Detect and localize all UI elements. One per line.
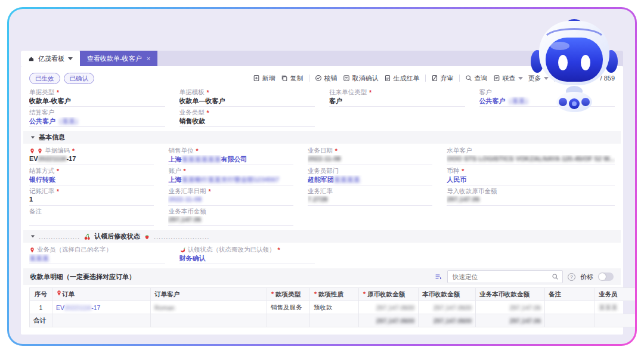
field-value[interactable] bbox=[29, 216, 154, 226]
discard-icon bbox=[431, 75, 438, 82]
field-value[interactable]: 2022-11-08 bbox=[308, 155, 432, 165]
table-cell: 297,147.06 bbox=[476, 314, 545, 327]
search-icon[interactable] bbox=[552, 273, 559, 280]
value-segment: 297,147.0600 bbox=[376, 317, 414, 324]
value-segment[interactable]: 某某某某某某 bbox=[181, 155, 221, 164]
table-cell: 297,147.0600 bbox=[359, 314, 419, 327]
section-basic-info-header[interactable]: 基本信息 bbox=[23, 131, 621, 144]
more-button[interactable]: 更多 bbox=[528, 74, 549, 83]
value-segment[interactable]: 20221116 bbox=[64, 304, 91, 311]
value-segment: EV bbox=[29, 155, 38, 162]
field-value[interactable]: 客户 bbox=[329, 97, 465, 107]
status-badges: 已生效已确认 bbox=[29, 73, 94, 84]
column-header: * 款项类型 bbox=[267, 288, 310, 301]
field-label: 客户 bbox=[479, 88, 615, 97]
field-value[interactable]: 1 bbox=[29, 196, 154, 206]
tab-home-dashboard[interactable]: 亿茂看板 bbox=[21, 51, 80, 66]
field-value[interactable]: 某某某 bbox=[29, 254, 165, 264]
value-segment[interactable]: 财务确认 bbox=[179, 255, 206, 262]
field-value[interactable]: 公共客户（某某） bbox=[479, 97, 615, 107]
value-segment[interactable]: 银行转账 bbox=[29, 176, 55, 183]
form-field: 单据类型*收款单-收客户 bbox=[29, 88, 165, 107]
help-icon[interactable]: ? bbox=[568, 273, 575, 281]
download-button[interactable] bbox=[588, 75, 595, 82]
field-value[interactable]: 上海某某某某某某有限公司 bbox=[168, 155, 293, 165]
add-doc-icon bbox=[253, 75, 260, 82]
generate-red-button[interactable]: 生成红单 bbox=[384, 74, 420, 83]
price-tag-toggle[interactable] bbox=[598, 273, 614, 281]
field-value[interactable]: 297,147.06 bbox=[168, 216, 293, 226]
table-cell bbox=[545, 301, 595, 314]
status-badge: 已确认 bbox=[64, 73, 95, 84]
field-value[interactable]: 收款单-收客户 bbox=[29, 97, 165, 107]
value-segment: 销售收款 bbox=[179, 117, 206, 125]
field-value[interactable]: 超能军团某某某某 bbox=[308, 175, 432, 185]
table-cell: 预收款 bbox=[310, 301, 359, 314]
field-value[interactable]: 收款单—收客户 bbox=[179, 97, 315, 107]
dots-suffix: ....................... bbox=[154, 233, 209, 240]
value-segment[interactable]: 超能军团 bbox=[308, 176, 334, 183]
toolbar-divider bbox=[425, 75, 426, 82]
column-header: 业务员 bbox=[595, 288, 636, 301]
quick-locate-search[interactable] bbox=[447, 270, 563, 283]
field-label-text: 认领状态（状态需改为已认领） bbox=[188, 246, 275, 254]
field-label-text: 结算客户 bbox=[29, 109, 54, 117]
close-icon[interactable]: × bbox=[147, 55, 150, 62]
value-segment[interactable]: 某某某某 bbox=[334, 175, 360, 184]
field-label-text: 往来单位类型 bbox=[329, 88, 367, 97]
value-segment[interactable]: -17 bbox=[91, 304, 100, 311]
value-segment[interactable]: 2022-11-08 bbox=[168, 196, 202, 203]
value-segment[interactable]: （某某） bbox=[506, 97, 532, 106]
field-value[interactable]: 7.2728 bbox=[308, 196, 432, 206]
value-segment[interactable]: 人民币 bbox=[447, 176, 466, 183]
table-row[interactable]: 1EV20221116-17Roman销售及服务预收款297,147.06002… bbox=[30, 301, 636, 314]
field-value[interactable]: 人民币 bbox=[447, 175, 615, 185]
value-segment[interactable]: 某某某 bbox=[29, 254, 49, 263]
tab-view-receipt[interactable]: 查看收款单-收客户 × bbox=[80, 51, 157, 66]
table-cell: 1 bbox=[30, 301, 52, 314]
form-field: 结算方式*银行转账 bbox=[29, 167, 154, 185]
form-field: 销售单位*上海某某某某某某有限公司 bbox=[168, 147, 293, 165]
field-value[interactable]: 公共客户（某某） bbox=[29, 117, 165, 127]
field-label-text: 业务汇率 bbox=[308, 187, 333, 196]
value-segment: 297,147.0600 bbox=[434, 317, 472, 324]
value-segment[interactable]: 上海 bbox=[168, 156, 181, 163]
value-segment[interactable]: EV bbox=[56, 304, 64, 311]
column-header: * 款项性质 bbox=[310, 288, 359, 301]
field-value[interactable]: 2022-11-08 bbox=[168, 196, 293, 206]
column-header-label: 备注 bbox=[549, 290, 561, 298]
search-input[interactable] bbox=[451, 273, 552, 281]
column-settings-icon[interactable] bbox=[435, 273, 442, 280]
refresh-button[interactable]: 刷新 bbox=[560, 74, 583, 83]
field-value[interactable]: 销售收款 bbox=[179, 117, 315, 127]
field-value[interactable]: EV20221116-17 bbox=[29, 155, 154, 165]
discard-button[interactable]: 弃审 bbox=[431, 74, 454, 83]
copy-button[interactable]: 复制 bbox=[281, 74, 304, 83]
value-segment[interactable]: （某某） bbox=[55, 117, 82, 126]
value-segment[interactable]: 公共客户 bbox=[29, 117, 55, 125]
value-segment[interactable]: 某某银行某某支行营业部1234567 bbox=[181, 175, 279, 184]
field-label: 备注 bbox=[29, 208, 154, 216]
writeoff-button[interactable]: 核销 bbox=[315, 74, 338, 83]
value-segment[interactable]: 上海 bbox=[168, 176, 181, 183]
field-value[interactable]: 297,147.06 bbox=[447, 196, 615, 206]
field-value[interactable]: OOO STS LOGISTICS VOKZALNAYA 120.45/OF 5… bbox=[447, 155, 615, 165]
field-value[interactable]: 财务确认 bbox=[179, 254, 315, 264]
field-label: 业务本币金额 bbox=[168, 208, 293, 216]
add-button[interactable]: 新增 bbox=[253, 74, 275, 83]
value-segment: -17 bbox=[66, 155, 76, 162]
form-field: 客户公共客户（某某） bbox=[479, 88, 615, 107]
field-label: 记账汇率* bbox=[29, 187, 154, 196]
value-segment[interactable]: 公共客户 bbox=[479, 97, 506, 104]
value-segment[interactable]: 有限公司 bbox=[221, 156, 247, 163]
value-segment: 297,147.0600 bbox=[434, 304, 472, 311]
field-value[interactable]: 上海某某银行某某支行营业部1234567 bbox=[168, 175, 293, 185]
required-asterisk: * bbox=[278, 246, 280, 253]
field-value[interactable]: 银行转账 bbox=[29, 175, 154, 185]
linked-query-button[interactable]: 联查 bbox=[493, 74, 523, 83]
toolbar-button-label: 查询 bbox=[475, 74, 488, 83]
section-claim-header[interactable]: ................. 认领后修改状态 ..............… bbox=[23, 230, 621, 243]
query-button[interactable]: 查询 bbox=[465, 74, 488, 83]
app-background: 亿茂看板 查看收款单-收客户 × 已生效已确认 新增复制核销取消确认生成红单弃审… bbox=[9, 9, 635, 344]
cancel-confirm-button[interactable]: 取消确认 bbox=[343, 74, 379, 83]
